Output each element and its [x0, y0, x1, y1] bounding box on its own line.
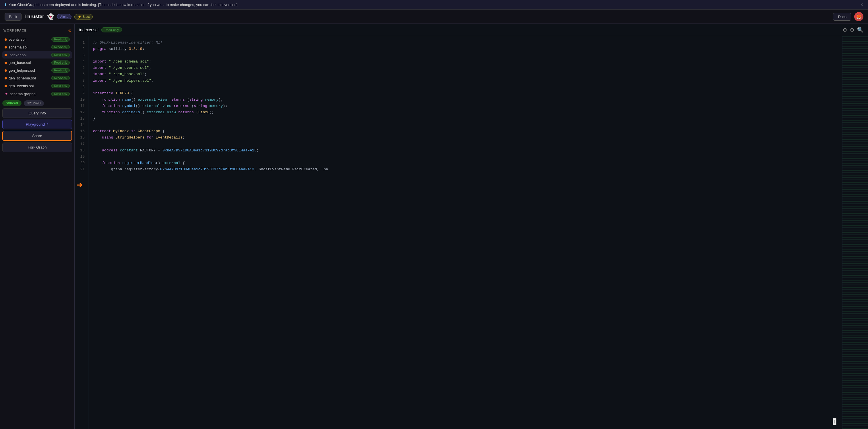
code-line-5: import "./gen_events.sol";: [93, 65, 838, 71]
block-number: 3212498: [24, 100, 44, 106]
docs-button[interactable]: Docs: [833, 13, 851, 21]
file-name-events: events.sol: [9, 37, 26, 41]
file-icon-schema: [5, 46, 7, 48]
share-button[interactable]: Share: [2, 131, 72, 141]
file-icon-gen-helpers: [5, 69, 7, 72]
sidebar-item-schema-sol[interactable]: schema.sol Read-only: [2, 43, 72, 51]
external-link-icon: ↗: [46, 123, 49, 126]
search-button[interactable]: 🔍: [857, 27, 863, 33]
code-line-14: [93, 122, 838, 128]
sidebar-item-indexer-sol[interactable]: indexer.sol Read-only: [2, 51, 72, 59]
fork-graph-button[interactable]: Fork Graph: [2, 142, 72, 152]
code-line-18: address constant FACTORY = 0xb4A7D971D0A…: [93, 147, 838, 154]
code-readonly-badge: Read-only: [101, 27, 122, 32]
file-icon-gen-schema: [5, 77, 7, 79]
file-icon-graphql: ✦: [5, 92, 8, 96]
readonly-badge-indexer: Read-only: [51, 53, 70, 57]
file-icon-gen-events: [5, 85, 7, 87]
sidebar-item-gen-helpers-sol[interactable]: gen_helpers.sol Read-only: [2, 67, 72, 74]
avatar[interactable]: 🦊: [854, 12, 863, 21]
ghost-icon: 👻: [47, 13, 54, 20]
line-numbers: 12345 678910 1112131415 1617181920 21: [74, 36, 88, 429]
file-name-gen-base: gen_base.sol: [9, 61, 31, 65]
workspace-label: WORKSPACE: [3, 29, 27, 32]
sidebar-item-gen-schema-sol[interactable]: gen_schema.sol Read-only: [2, 74, 72, 82]
file-name-indexer: indexer.sol: [9, 53, 26, 57]
alpha-badge: Alpha: [57, 14, 71, 19]
file-list: events.sol Read-only schema.sol Read-onl…: [0, 36, 74, 98]
minimap-content: [842, 36, 868, 429]
code-filename: indexer.sol: [79, 28, 98, 32]
code-editor: indexer.sol Read-only ⊕ ⊖ 🔍 12345 678910…: [74, 24, 868, 429]
playground-label: Playground: [26, 122, 45, 127]
sidebar-item-events-sol[interactable]: events.sol Read-only: [2, 36, 72, 43]
playground-button[interactable]: Playground ↗: [2, 120, 72, 129]
code-line-6: import "./gen_base.sol";: [93, 71, 838, 77]
code-content: // SPDX-License-Identifier: MIT pragma s…: [88, 36, 842, 429]
back-button[interactable]: Back: [5, 13, 22, 21]
file-icon-indexer: [5, 54, 7, 56]
file-name-gen-events: gen_events.sol: [9, 84, 34, 88]
sidebar-item-schema-graphql[interactable]: ✦ schema.graphql Read-only: [2, 90, 72, 98]
code-line-17: [93, 141, 838, 147]
zoom-out-button[interactable]: ⊖: [850, 27, 854, 33]
file-name-gen-helpers: gen_helpers.sol: [9, 68, 35, 72]
file-icon-events: [5, 38, 7, 41]
readonly-badge-graphql: Read-only: [51, 92, 70, 96]
query-info-button[interactable]: Query Info: [2, 108, 72, 118]
readonly-badge-gen-events: Read-only: [51, 84, 70, 88]
code-line-16: using StringHelpers for EventDetails;: [93, 134, 838, 141]
synced-badge: Synced: [2, 100, 22, 106]
readonly-badge-gen-schema: Read-only: [51, 76, 70, 80]
blast-badge: ⚡ Blast: [74, 14, 93, 20]
code-line-2: pragma solidity 0.8.19;: [93, 46, 838, 52]
header-bar: Back Thruster 👻 Alpha ⚡ Blast Docs 🦊: [0, 10, 868, 24]
code-line-10: function name() external view returns (s…: [93, 97, 838, 103]
code-header: indexer.sol Read-only ⊕ ⊖ 🔍: [74, 24, 868, 36]
banner-close-button[interactable]: ×: [860, 2, 863, 8]
code-line-7: import "./gen_helpers.sol";: [93, 78, 838, 84]
readonly-badge-schema: Read-only: [51, 45, 70, 49]
code-line-3: [93, 52, 838, 59]
code-line-9: interface IERC20 {: [93, 90, 838, 97]
file-name-schema: schema.sol: [9, 45, 28, 49]
code-line-11: function symbol() external view returns …: [93, 103, 838, 109]
blast-icon: ⚡: [78, 15, 82, 19]
code-body: 12345 678910 1112131415 1617181920 21 //…: [74, 36, 868, 429]
code-line-4: import "./gen_schema.sol";: [93, 59, 838, 65]
sidebar: WORKSPACE « events.sol Read-only schema.…: [0, 24, 74, 429]
code-line-20: function registerHandles() external {: [93, 160, 838, 166]
code-line-12: function decimals() external view return…: [93, 109, 838, 116]
code-line-15: contract MyIndex is GhostGraph {: [93, 128, 838, 134]
code-minimap: [842, 36, 868, 429]
file-name-graphql: schema.graphql: [10, 92, 36, 96]
zoom-in-button[interactable]: ⊕: [843, 27, 847, 33]
info-icon: ℹ: [5, 2, 6, 7]
code-line-8: [93, 84, 838, 90]
readonly-badge-gen-base: Read-only: [51, 61, 70, 65]
sidebar-item-gen-base-sol[interactable]: gen_base.sol Read-only: [2, 59, 72, 66]
code-line-19: [93, 154, 838, 160]
readonly-badge-events: Read-only: [51, 37, 70, 41]
readonly-badge-gen-helpers: Read-only: [51, 68, 70, 72]
code-line-21: graph.registerFactory(0xb4A7D971D0ADea1c…: [93, 166, 838, 173]
code-line-13: }: [93, 116, 838, 122]
file-name-gen-schema: gen_schema.sol: [9, 76, 36, 80]
code-line-1: // SPDX-License-Identifier: MIT: [93, 40, 838, 46]
banner-message: Your GhostGraph has been deployed and is…: [9, 3, 237, 7]
main-layout: WORKSPACE « events.sol Read-only schema.…: [0, 24, 868, 429]
deployment-banner: ℹ Your GhostGraph has been deployed and …: [0, 0, 868, 10]
sidebar-item-gen-events-sol[interactable]: gen_events.sol Read-only: [2, 82, 72, 90]
scroll-to-top-button[interactable]: ↑: [833, 418, 836, 425]
collapse-button[interactable]: «: [68, 28, 71, 33]
app-title: Thruster: [24, 14, 44, 20]
file-icon-gen-base: [5, 62, 7, 64]
